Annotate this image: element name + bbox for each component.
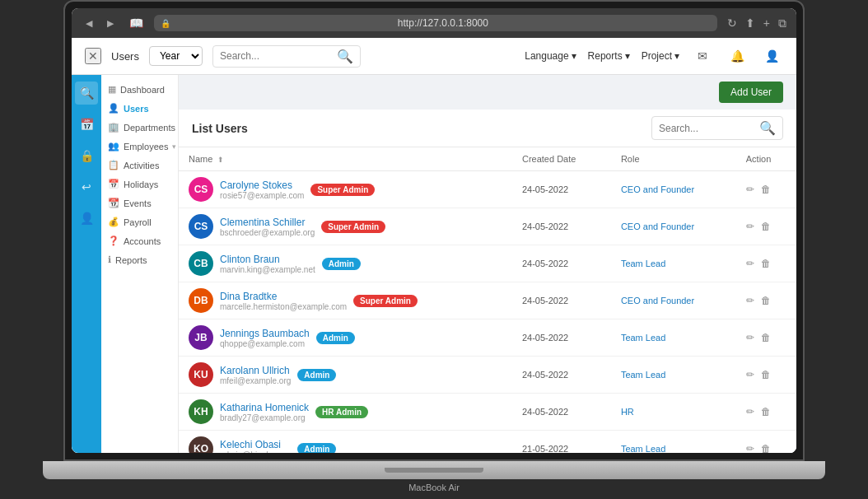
sidebar-item-dashboard[interactable]: ▦ Dashboard — [101, 80, 178, 99]
user-name[interactable]: Karolann Ullrich — [220, 365, 291, 376]
close-button[interactable]: ✕ — [85, 48, 101, 64]
sidebar-item-events[interactable]: 📆 Events — [101, 194, 178, 212]
sidebar-item-label: Events — [124, 198, 152, 208]
sidebar-icon-calendar[interactable]: 📅 — [75, 113, 98, 136]
sidebar-icon-search[interactable]: 🔍 — [75, 82, 98, 105]
role-cell: CEO and Founder — [611, 282, 736, 319]
sidebar-item-label: Reports — [115, 255, 147, 265]
sidebar-item-accounts[interactable]: ❓ Accounts — [101, 231, 178, 250]
role-text: Team Lead — [621, 444, 665, 453]
language-dropdown[interactable]: Language ▾ — [525, 50, 576, 62]
dashboard-icon: ▦ — [108, 84, 116, 95]
role-text: CEO and Founder — [621, 184, 694, 194]
table-row: CB Clinton Braun marvin.king@example.net… — [179, 245, 796, 282]
user-name[interactable]: Carolyne Stokes — [220, 180, 304, 191]
accounts-icon: ❓ — [108, 236, 119, 246]
user-name[interactable]: Katharina Homenick — [220, 402, 309, 413]
sidebar-item-payroll[interactable]: 💰 Payroll — [101, 212, 178, 231]
table-row: JB Jennings Baumbach qhoppe@example.com … — [179, 319, 796, 357]
notifications-button[interactable]: 🔔 — [726, 44, 749, 68]
user-cell: DB Dina Bradtke marcelle.hermiston@examp… — [179, 282, 512, 319]
messages-button[interactable]: ✉ — [691, 44, 714, 68]
created-date-cell: 24-05-2022 — [512, 357, 611, 394]
top-search-input[interactable] — [220, 50, 332, 62]
delete-icon[interactable]: 🗑 — [761, 443, 771, 453]
add-user-button[interactable]: Add User — [719, 82, 783, 103]
user-cell: CS Clementina Schiller bschroeder@exampl… — [179, 208, 512, 245]
refresh-icon[interactable]: ↻ — [727, 16, 737, 30]
user-name[interactable]: Clementina Schiller — [220, 217, 315, 228]
browser-forward-button[interactable]: ▶ — [103, 16, 118, 30]
user-email: bradly27@example.org — [220, 413, 309, 422]
user-email: marcelle.hermiston@example.com — [220, 302, 347, 311]
user-cell: JB Jennings Baumbach qhoppe@example.com … — [179, 319, 512, 357]
search-icon: 🔍 — [337, 49, 353, 64]
edit-icon[interactable]: ✏ — [746, 295, 754, 306]
users-table: Name ⬆ Created Date Role Action — [179, 147, 796, 453]
sidebar-item-users[interactable]: 👤 Users — [101, 99, 178, 118]
created-date-cell: 24-05-2022 — [512, 394, 611, 431]
laptop-base — [43, 461, 825, 479]
delete-icon[interactable]: 🗑 — [761, 406, 771, 417]
user-profile-button[interactable]: 👤 — [760, 44, 783, 68]
edit-icon[interactable]: ✏ — [746, 184, 754, 195]
delete-icon[interactable]: 🗑 — [761, 184, 771, 195]
edit-icon[interactable]: ✏ — [746, 443, 754, 453]
lock-icon: 🔒 — [161, 19, 170, 28]
sidebar-icon-back[interactable]: ↩ — [75, 175, 98, 198]
laptop-notch — [385, 468, 483, 473]
edit-icon[interactable]: ✏ — [746, 332, 754, 343]
avatar: KU — [189, 362, 213, 387]
sidebar-item-holidays[interactable]: 📅 Holidays — [101, 175, 178, 194]
share-icon[interactable]: ⬆ — [745, 16, 755, 30]
payroll-icon: 💰 — [108, 217, 119, 227]
browser-nav: ◀ ▶ — [82, 16, 118, 30]
sidebar-icon-user[interactable]: 👤 — [75, 207, 98, 230]
address-bar[interactable]: 🔒 http://127.0.0.1:8000 — [154, 15, 717, 31]
browser-back-button[interactable]: ◀ — [82, 16, 96, 30]
tabs-icon[interactable]: ⧉ — [778, 16, 786, 30]
content-search-box[interactable]: 🔍 — [651, 116, 783, 140]
avatar: KO — [189, 436, 213, 453]
bookmarks-icon[interactable]: 📖 — [128, 15, 144, 31]
role-text: HR — [621, 407, 634, 417]
user-name[interactable]: Clinton Braun — [220, 254, 315, 265]
sidebar-item-reports[interactable]: ℹ Reports — [101, 250, 178, 269]
url-text: http://127.0.0.1:8000 — [175, 17, 711, 29]
sidebar-item-employees[interactable]: 👥 Employees ▾ — [101, 137, 178, 156]
table-row: CS Clementina Schiller bschroeder@exampl… — [179, 208, 796, 245]
delete-icon[interactable]: 🗑 — [761, 258, 771, 269]
sidebar-item-activities[interactable]: 📋 Activities — [101, 156, 178, 175]
role-cell: Team Lead — [611, 431, 736, 454]
content-search-input[interactable] — [659, 123, 754, 134]
column-name[interactable]: Name ⬆ — [179, 147, 512, 171]
edit-icon[interactable]: ✏ — [746, 258, 754, 269]
project-dropdown[interactable]: Project ▾ — [642, 50, 679, 62]
events-icon: 📆 — [108, 198, 119, 208]
delete-icon[interactable]: 🗑 — [761, 332, 771, 343]
edit-icon[interactable]: ✏ — [746, 406, 754, 417]
top-search-box[interactable]: 🔍 — [212, 45, 361, 68]
delete-icon[interactable]: 🗑 — [761, 295, 771, 306]
reports-dropdown[interactable]: Reports ▾ — [588, 50, 630, 62]
app-container: ✕ Users Year 2022 2021 2020 🔍 — [72, 38, 796, 453]
year-select[interactable]: Year 2022 2021 2020 — [149, 46, 203, 66]
user-name[interactable]: Kelechi Obasi — [220, 439, 291, 450]
add-tab-icon[interactable]: + — [763, 16, 770, 30]
created-date: 24-05-2022 — [522, 407, 568, 417]
user-cell: KU Karolann Ullrich mfeil@example.org Ad… — [179, 357, 512, 394]
sidebar-item-label: Departments — [124, 123, 175, 133]
created-date-cell: 24-05-2022 — [512, 171, 611, 208]
column-created-date: Created Date — [512, 147, 611, 171]
sidebar-icon-lock[interactable]: 🔒 — [75, 144, 98, 167]
delete-icon[interactable]: 🗑 — [761, 221, 771, 232]
edit-icon[interactable]: ✏ — [746, 221, 754, 232]
delete-icon[interactable]: 🗑 — [761, 369, 771, 380]
user-name[interactable]: Jennings Baumbach — [220, 328, 310, 339]
edit-icon[interactable]: ✏ — [746, 369, 754, 380]
user-name[interactable]: Dina Bradtke — [220, 291, 347, 302]
avatar: KH — [189, 399, 213, 424]
main-layout: 🔍 📅 🔒 ↩ 👤 ▦ Dashboard — [72, 75, 796, 453]
sidebar-menu: ▦ Dashboard 👤 Users 🏢 Departments — [101, 75, 178, 274]
sidebar-item-departments[interactable]: 🏢 Departments — [101, 118, 178, 137]
